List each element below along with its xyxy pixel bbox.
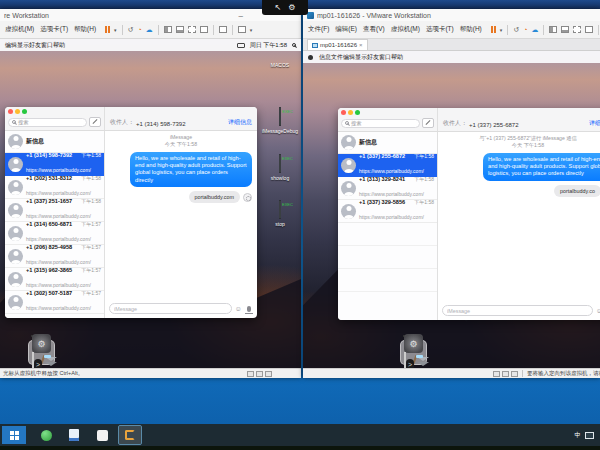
desktop-icon[interactable]: EXEC iMessageDebug [260, 108, 300, 134]
link-preview-bubble[interactable]: portalbuddy.co [554, 185, 600, 197]
revert-snapshot-icon[interactable]: ◔ [523, 26, 527, 33]
show-thumbnail-bar-icon[interactable] [176, 26, 184, 33]
close-window-button[interactable] [341, 110, 346, 115]
dock-icon[interactable]: > [406, 359, 414, 368]
taskbar-app-button[interactable] [35, 426, 57, 444]
emoji-picker-icon[interactable]: ☺ [235, 305, 242, 312]
dock-icon[interactable]: ⚙ [32, 334, 51, 353]
menu-item[interactable]: 查看(V) [360, 25, 388, 32]
conversation-search-input[interactable]: 搜索 [8, 118, 87, 127]
show-library-icon[interactable] [164, 26, 172, 33]
conversation-row[interactable]: +1 (315) 962-3865下午1:57 https://www.port… [5, 268, 104, 291]
free-stretch-icon[interactable] [238, 26, 246, 33]
language-indicator[interactable]: 中 [575, 431, 582, 440]
conversation-row[interactable]: +1 (337) 255-6872下午1:58 https://www.port… [338, 154, 437, 177]
zoom-window-button[interactable] [355, 110, 360, 115]
left-vm-display[interactable]: 编辑显示好友窗口帮助 周日 下午1:58 MACOS EXEC iMessage… [0, 39, 301, 368]
revert-snapshot-icon[interactable]: ◔ [137, 26, 141, 33]
cursor-icon[interactable]: ↖ [275, 3, 282, 12]
desktop-icon[interactable]: EXEC showlog [260, 155, 300, 181]
gear-icon[interactable]: ⚙ [288, 3, 295, 12]
menu-item[interactable]: 选项卡(T) [37, 25, 71, 32]
macos-menu-item[interactable]: 好友 [29, 42, 41, 48]
desktop-icon[interactable]: MACOS [260, 60, 300, 68]
console-view-icon[interactable] [219, 26, 227, 33]
conversation-row[interactable]: +1 (206) 825-4958下午1:57 https://www.port… [5, 245, 104, 268]
desktop-icon-tile[interactable]: EXEC [279, 200, 281, 219]
menu-item[interactable]: 帮助(H) [71, 25, 99, 32]
show-thumbnail-bar-icon[interactable] [561, 26, 569, 33]
macos-menu-item[interactable]: 文件 [331, 54, 343, 60]
conversation-row[interactable]: +1 (313) 329-8241下午1:58 https://www.port… [338, 177, 437, 200]
compose-button[interactable] [422, 118, 434, 128]
macos-menu-item[interactable]: 帮助 [391, 54, 403, 60]
new-message-row[interactable]: 新信息 [5, 131, 104, 153]
sent-message-bubble[interactable]: Hello, we are wholesale and retail of hi… [130, 152, 252, 188]
unity-mode-icon[interactable] [200, 26, 208, 33]
cdrom-device-icon[interactable] [256, 371, 263, 377]
cloud-icon[interactable]: ☁ [531, 26, 538, 33]
chat-transcript[interactable]: iMessage 今天 下午1:58 Hello, we are wholesa… [105, 131, 257, 300]
pause-vm-button[interactable] [491, 26, 496, 33]
macos-menu-item[interactable]: 显示 [17, 42, 29, 48]
hdd-device-icon[interactable] [493, 371, 500, 377]
show-library-icon[interactable] [549, 26, 557, 33]
macos-menu-item[interactable]: 编辑 [343, 54, 355, 60]
conversation-search-input[interactable]: 搜索 [341, 119, 420, 128]
desktop-icon-tile[interactable]: EXEC [279, 107, 281, 126]
dock-icon[interactable]: ⚙ [404, 334, 423, 353]
vm-tab-close-icon[interactable]: × [359, 42, 363, 48]
macos-menu-item[interactable]: 窗口 [41, 42, 53, 48]
spotlight-search-icon[interactable] [292, 43, 296, 47]
network-device-icon[interactable] [265, 371, 272, 377]
menu-item[interactable]: 编辑(E) [332, 25, 360, 32]
show-desktop-monitor-icon[interactable] [585, 432, 594, 439]
macos-menu-item[interactable]: 编辑 [5, 42, 17, 48]
minimize-window-button[interactable] [15, 109, 20, 114]
to-number[interactable]: +1 (337) 255-6872 [469, 122, 519, 128]
dock-icon[interactable]: > [34, 359, 42, 368]
conversation-row[interactable]: +1 (337) 251-1657下午1:58 https://www.port… [5, 199, 104, 222]
desktop-icon[interactable]: EXEC stop [260, 201, 300, 227]
conversation-row[interactable]: +1 (337) 329-5856下午1:58 https://www.port… [338, 200, 437, 223]
taskbar-app-button[interactable] [63, 426, 85, 444]
menu-item[interactable]: 文件(F) [305, 25, 332, 32]
pause-vm-button[interactable] [105, 26, 110, 33]
compose-button[interactable] [89, 117, 101, 127]
menu-item[interactable]: 虚拟机(M) [2, 25, 37, 32]
new-message-row[interactable]: 新信息 [338, 132, 437, 154]
menu-item[interactable]: 选项卡(T) [423, 25, 457, 32]
menu-item[interactable]: 帮助(H) [457, 25, 485, 32]
stretch-dropdown-icon[interactable]: ▾ [250, 27, 253, 33]
zoom-window-button[interactable] [22, 109, 27, 114]
start-button[interactable] [2, 426, 26, 444]
emoji-picker-icon[interactable]: ☺ [596, 307, 600, 314]
microphone-icon[interactable] [247, 306, 251, 312]
sent-message-bubble[interactable]: Hello, we are wholesale and retail of hi… [483, 153, 600, 181]
conversation-row[interactable]: +1 (314) 650-6871下午1:57 https://www.port… [5, 222, 104, 245]
menubar-clock[interactable]: 周日 下午1:58 [250, 41, 287, 50]
macos-menu-item[interactable]: 窗口 [379, 54, 391, 60]
macos-menu-item[interactable]: 好友 [367, 54, 379, 60]
fullscreen-icon[interactable] [188, 26, 196, 33]
remote-control-overlay[interactable]: ↖ ⚙ [262, 0, 308, 15]
snapshot-icon[interactable]: ↺ [513, 26, 519, 33]
conversation-row[interactable]: +1 (302) 531-8312下午1:58 https://www.port… [5, 176, 104, 199]
apple-menu-icon[interactable] [308, 55, 313, 60]
display-status-icon[interactable] [237, 43, 245, 48]
conversation-row[interactable]: +1 (302) 507-5187下午1:57 https://www.port… [5, 291, 104, 314]
fullscreen-icon[interactable] [573, 26, 581, 33]
macos-menu-item[interactable]: 信息 [319, 54, 331, 60]
chat-transcript[interactable]: 与“+1 (337) 255-6872”进行 iMessage 通信 今天 下午… [438, 132, 600, 302]
message-input[interactable] [109, 303, 232, 314]
left-titlebar[interactable]: re Workstation – [0, 9, 301, 21]
pause-dropdown-icon[interactable]: ▾ [500, 27, 503, 33]
hdd-device-icon[interactable] [247, 371, 254, 377]
macos-menu-item[interactable]: 帮助 [53, 42, 65, 48]
desktop-icon-tile[interactable]: EXEC [279, 154, 281, 173]
details-link[interactable]: 详细信息 [589, 119, 600, 128]
minimize-button[interactable]: – [236, 11, 246, 20]
menu-item[interactable]: 虚拟机(M) [388, 25, 423, 32]
to-number[interactable]: +1 (314) 598-7392 [136, 121, 186, 127]
pause-dropdown-icon[interactable]: ▾ [114, 27, 117, 33]
